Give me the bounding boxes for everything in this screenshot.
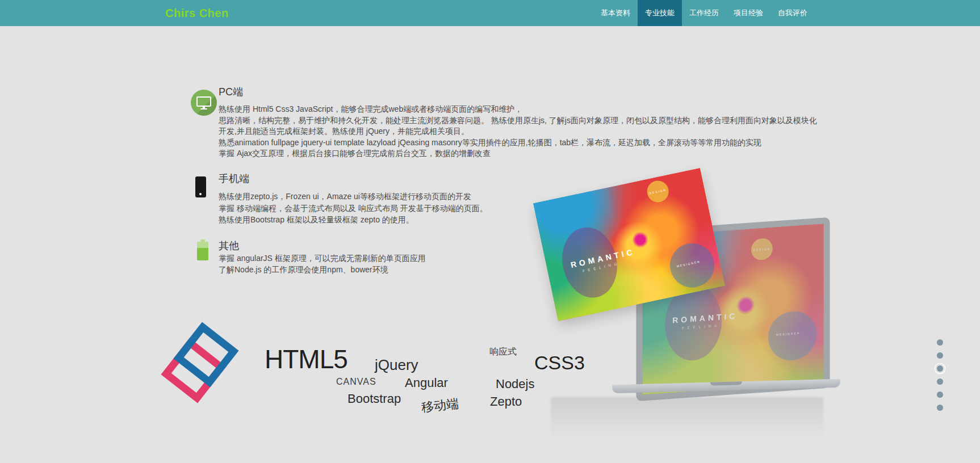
text-line: 熟练使用 Html5 Css3 JavaScript，能够合理完成web端或者移… — [219, 104, 817, 115]
text-line: 掌握 移动端编程，会基于流式布局以及 响应式布局 开发基于移动端的页面。 — [219, 203, 488, 214]
monitor-icon — [191, 90, 217, 116]
main-nav: 基本资料 专业技能 工作经历 项目经验 自我评价 — [593, 0, 815, 26]
section-pagination — [937, 339, 943, 411]
top-navbar: Chirs Chen 基本资料 专业技能 工作经历 项目经验 自我评价 — [0, 0, 980, 26]
text-line: 思路清晰，结构完整，易于维护和持久化开发，能处理主流浏览器兼容问题。 熟练使用原… — [219, 115, 817, 127]
tag-nodejs: Nodejs — [496, 377, 534, 392]
monitor-screen-glyph — [196, 96, 211, 107]
site-logo[interactable]: Chirs Chen — [165, 0, 229, 26]
pagination-dot[interactable] — [937, 339, 943, 346]
section-title-mobile: 手机端 — [219, 172, 249, 186]
page: Chirs Chen 基本资料 专业技能 工作经历 项目经验 自我评价 PC端 … — [0, 0, 980, 463]
section-title-pc: PC端 — [219, 85, 243, 99]
pagination-dot[interactable] — [937, 392, 943, 398]
tag-bootstrap: Bootstrap — [347, 392, 401, 406]
pagination-dot[interactable] — [937, 405, 943, 411]
text-line: 开发,并且能适当完成框架封装。熟练使用 jQuery，并能完成相关项目。 — [219, 126, 817, 137]
text-line: 熟悉animation fullpage jquery-ui template … — [219, 137, 817, 149]
tag-mobile: 移动端 — [421, 395, 460, 416]
nav-item-basic-info[interactable]: 基本资料 — [593, 0, 638, 26]
pagination-dot[interactable] — [937, 352, 943, 359]
blue-circle-decoration — [768, 310, 817, 362]
text-line: 熟练使用Bootstrap 框架以及轻量级框架 zepto 的使用。 — [219, 214, 488, 226]
laptop-mockup-illustration: DESIGN ROMANTIC FEELING MESIGNER DESIGN … — [539, 165, 846, 414]
text-line: 掌握 Ajax交互原理，根据后台接口能够合理完成前后台交互，数据的增删改查 — [219, 148, 817, 159]
tag-responsive: 响应式 — [489, 346, 517, 358]
tag-canvas: CANVAS — [336, 377, 376, 387]
nav-item-self-evaluation[interactable]: 自我评价 — [770, 0, 815, 26]
text-line: 熟练使用zepto.js，Frozen ui，Amaze ui等移动框架进行移动… — [219, 191, 488, 203]
tag-jquery: jQuery — [375, 356, 418, 374]
laptop-reflection — [551, 397, 823, 454]
blue-circle-decoration — [666, 239, 719, 292]
text-line: 了解Node.js 的工作原理会使用npm、bower环境 — [219, 264, 426, 276]
tag-zepto: Zepto — [490, 394, 522, 409]
pagination-dot[interactable] — [937, 365, 943, 372]
nav-item-projects[interactable]: 项目经验 — [726, 0, 770, 26]
design-badge: DESIGN — [751, 238, 773, 261]
pagination-dot[interactable] — [937, 378, 943, 385]
nav-item-work-history[interactable]: 工作经历 — [682, 0, 726, 26]
text-line: 掌握 angularJS 框架原理，可以完成无需刷新的单页面应用 — [219, 253, 426, 264]
section-text-pc: 熟练使用 Html5 Css3 JavaScript，能够合理完成web端或者移… — [219, 104, 817, 159]
monitor-base-glyph — [200, 108, 207, 110]
section-text-mobile: 熟练使用zepto.js，Frozen ui，Amaze ui等移动框架进行移动… — [219, 191, 488, 226]
design-badge: DESIGN — [645, 179, 671, 204]
section-title-other: 其他 — [219, 239, 239, 252]
section-text-other: 掌握 angularJS 框架原理，可以完成无需刷新的单页面应用 了解Node.… — [219, 253, 426, 275]
battery-icon — [197, 242, 208, 260]
nav-item-skills[interactable]: 专业技能 — [638, 0, 682, 26]
tag-angular: Angular — [405, 376, 448, 390]
tag-html5: HTML5 — [265, 344, 347, 374]
smartphone-icon — [195, 176, 206, 197]
